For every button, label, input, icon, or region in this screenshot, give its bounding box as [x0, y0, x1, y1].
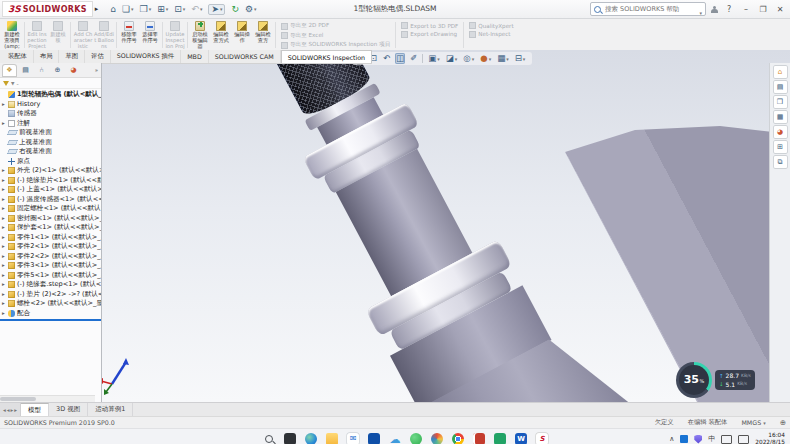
tree-item-part[interactable]: 密封圈<1> (默认<<默认>_显示状 — [0, 214, 101, 224]
tree-item-part[interactable]: (-) 绝缘垫片<1> (默认<<默认>_显 — [0, 176, 101, 186]
export-excel-button[interactable]: 导出至 Excel — [281, 32, 390, 40]
security-shield-icon[interactable] — [694, 435, 702, 444]
tree-item-part[interactable]: 零件2<2> (默认<<默认>_显示状 — [0, 252, 101, 262]
task-view-button[interactable] — [284, 433, 296, 444]
tree-item-part[interactable]: (-) 温度传感器<1> (默认<<默认>_ — [0, 195, 101, 205]
open-document-icon[interactable]: ❒ — [140, 5, 152, 14]
dynamic-annotation-icon[interactable]: ✐ — [409, 53, 418, 64]
last-tab-arrow[interactable]: ▸ — [14, 407, 17, 413]
tree-item-part[interactable]: (-) 绝缘套.step<1> (默认<<默认> — [0, 280, 101, 290]
design-library-icon[interactable]: ▤ — [774, 81, 787, 93]
configurationmanager-tab[interactable]: ⑃ — [35, 65, 48, 76]
tree-item-part[interactable]: 零件5<1> (默认<<默认>_显示状 — [0, 271, 101, 281]
prev-tab-arrow[interactable]: ◂ — [7, 407, 10, 413]
launch-template-editor-button[interactable]: 启动模板编辑器 — [190, 20, 210, 50]
model-tab[interactable]: 模型 — [21, 403, 49, 416]
file-explorer-icon[interactable] — [326, 433, 338, 444]
tree-item-right-plane[interactable]: 右视基准面 — [0, 147, 101, 157]
tree-item-front-plane[interactable]: 前视基准面 — [0, 128, 101, 138]
net-inspect-button[interactable]: Net-Inspect — [469, 31, 513, 38]
tree-root-assembly[interactable]: 1型轮辐热电偶 (默认<默认_显示状态-1 — [0, 90, 101, 100]
print-icon[interactable]: ⊡ — [174, 5, 185, 14]
mail-icon[interactable]: ✉ — [347, 433, 359, 444]
tab-addins[interactable]: SOLIDWORKS 插件 — [111, 50, 181, 63]
tree-item-part[interactable]: 零件2<1> (默认<<默认>_显示状 — [0, 242, 101, 252]
tree-item-mates[interactable]: 配合 — [0, 309, 101, 319]
tree-item-history[interactable]: History — [0, 100, 101, 110]
tree-item-part[interactable]: 零件3<1> (默认<<默认>_显示状 — [0, 261, 101, 271]
tree-item-sensors[interactable]: 传感器 — [0, 109, 101, 119]
view-palette-icon[interactable]: ▦ — [774, 111, 787, 123]
motion-study-tab[interactable]: 运动算例1 — [88, 403, 133, 416]
undo-icon[interactable]: ↶ — [191, 5, 202, 14]
search-dropdown-caret[interactable] — [698, 0, 702, 19]
ime-mode-indicator[interactable]: 中 — [708, 436, 715, 443]
tree-item-part[interactable]: 保护套<1> (默认<<默认>_显示状 — [0, 223, 101, 233]
export-edrawing-button[interactable]: Export eDrawing — [401, 31, 458, 38]
app-color-ring-icon[interactable] — [431, 433, 443, 444]
start-button[interactable] — [242, 433, 254, 444]
minimize-button[interactable]: – — [740, 5, 752, 14]
custom-properties-icon[interactable]: ⊞ — [774, 141, 787, 153]
reader-app-icon[interactable] — [473, 433, 485, 444]
tab-sketch[interactable]: 草图 — [59, 50, 85, 63]
restore-button[interactable]: ❐ — [757, 5, 769, 14]
add-characteristic-button[interactable]: Add Characteristic — [73, 20, 93, 50]
displaymanager-tab[interactable]: ◕ — [67, 65, 80, 76]
view-settings-icon[interactable]: ⊟ — [514, 53, 527, 64]
tree-filter[interactable]: ▼ - — [0, 78, 101, 89]
propertymanager-tab[interactable]: ▤ — [19, 65, 32, 76]
menu-flyout-arrow[interactable]: ▸ — [95, 5, 99, 13]
close-button[interactable]: ✕ — [774, 5, 786, 14]
tree-item-origin[interactable]: 原点 — [0, 157, 101, 167]
edge-icon[interactable] — [305, 433, 317, 444]
previous-view-icon[interactable]: ↶ — [382, 53, 391, 64]
scene-icon[interactable]: ▦ — [496, 53, 510, 64]
tray-expand-icon[interactable]: ∧ — [669, 436, 674, 443]
save-icon[interactable]: ⊞ — [157, 5, 168, 14]
new-inspection-project-button[interactable]: 新建检查项目 (amp;N) — [2, 20, 22, 50]
export-inspection-project-button[interactable]: 导出至 SOLIDWORKS Inspection 项目 — [281, 41, 390, 49]
search-button[interactable] — [263, 433, 275, 444]
scrollbar-thumb[interactable] — [0, 397, 36, 401]
panel-tabs-overflow[interactable]: » — [95, 67, 98, 73]
chrome-icon[interactable] — [452, 433, 464, 444]
edit-operation-button[interactable]: 编辑操作 — [232, 20, 252, 50]
appearances-icon[interactable]: ◕ — [774, 126, 787, 138]
tree-item-annotations[interactable]: 注解 — [0, 119, 101, 129]
forum-icon[interactable]: ⧉ — [774, 156, 787, 168]
edit-inspection-project-button[interactable]: Edit Inspection Project — [27, 20, 47, 50]
performance-overlay[interactable]: 35 % ↑ 28.7 KB/s ↓ 5.1 KB/s — [676, 362, 755, 398]
featuremanager-tab[interactable]: ❖ — [3, 65, 16, 76]
search-input[interactable] — [603, 4, 696, 14]
units-selector[interactable]: MMGS ▾ — [741, 419, 765, 426]
panel-horizontal-scrollbar[interactable] — [0, 395, 95, 402]
options-gear-icon[interactable]: ⚙ — [245, 5, 257, 14]
tags-globe-icon[interactable]: ⊕ — [780, 418, 786, 427]
new-document-icon[interactable]: ❏ — [122, 5, 134, 14]
tab-assembly[interactable]: 装配体 — [2, 50, 34, 63]
tab-inspection[interactable]: SOLIDWORKS Inspection — [281, 50, 372, 63]
edit-appearance-icon[interactable]: ● — [479, 53, 492, 64]
app-green-icon[interactable] — [410, 433, 422, 444]
view-orientation-icon[interactable]: ▣ — [427, 53, 441, 64]
first-tab-arrow[interactable]: ◂ — [3, 407, 6, 413]
dimxpertmanager-tab[interactable]: ⊕ — [51, 65, 64, 76]
rebuild-icon[interactable]: ↻ — [231, 5, 239, 14]
tree-item-part[interactable]: 固定螺栓<1> (默认<<默认>_显示 — [0, 204, 101, 214]
edit-inspection-button[interactable]: 编辑检查方 — [253, 20, 273, 50]
new-template-button[interactable]: 新建模板 — [48, 20, 68, 50]
tree-item-part[interactable]: 外壳 (2)<1> (默认<<默认>_显示状 — [0, 166, 101, 176]
select-balloons-button[interactable]: 选择零件序号 — [140, 20, 160, 50]
notes-app-icon[interactable] — [494, 433, 506, 444]
file-explorer-icon[interactable]: ❒ — [774, 96, 787, 108]
remove-balloons-button[interactable]: 移除零件序号 — [119, 20, 139, 50]
export-3d-pdf-button[interactable]: Export to 3D PDF — [401, 22, 458, 29]
tree-item-part[interactable]: (-) 上盖<1> (默认<<默认>_显示状 — [0, 185, 101, 195]
display-style-icon[interactable]: ◪ — [445, 53, 459, 64]
help-search-box[interactable] — [590, 2, 706, 16]
select-cursor-icon[interactable]: ➤ — [208, 4, 225, 15]
store-icon[interactable] — [368, 433, 380, 444]
hide-show-items-icon[interactable]: ◎ — [462, 53, 475, 64]
help-button[interactable]: ? — [723, 5, 735, 14]
